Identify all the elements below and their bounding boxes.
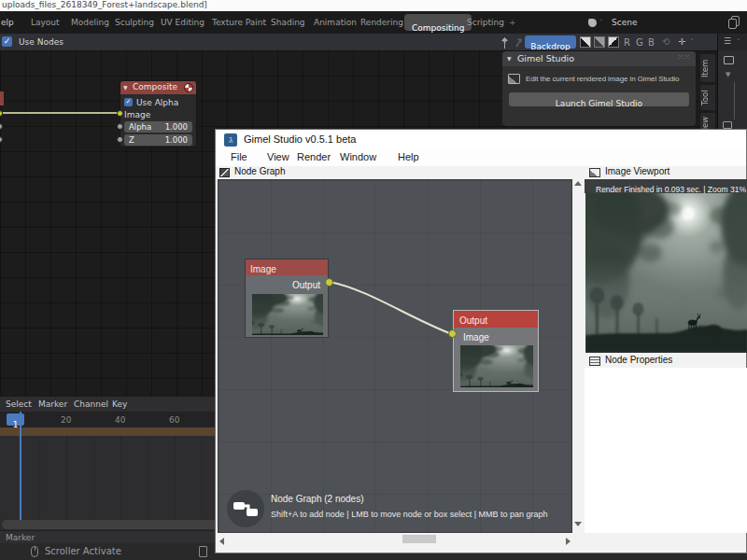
scene-droplet-icon[interactable] (588, 19, 597, 27)
gimel-menu-view[interactable]: View (267, 151, 289, 162)
channel-g-label[interactable]: G (636, 37, 643, 48)
socket-in-alpha[interactable] (117, 123, 123, 130)
filter-icon[interactable]: ☰ (724, 36, 731, 46)
image-icon-2[interactable] (594, 36, 605, 48)
gridline (202, 436, 203, 519)
gimel-menu-render[interactable]: Render (297, 151, 331, 162)
output-node-thumbnail (460, 345, 533, 387)
output-node-header[interactable]: Output (454, 311, 538, 328)
panel-grip-icon[interactable]: ⁙⁙ (678, 53, 690, 62)
node-properties-icon (589, 357, 600, 366)
hscroll-thumb[interactable] (402, 535, 436, 543)
timeline-menu-marker[interactable]: Marker (38, 399, 67, 409)
hscroll-left-arrow[interactable] (219, 538, 224, 545)
use-alpha-checkbox[interactable]: ✓ (124, 98, 133, 106)
tab-animation[interactable]: Animation (314, 18, 357, 27)
channel-b-label[interactable]: B (648, 37, 655, 48)
gimel-titlebar[interactable]: ג Gimel Studio v0.5.1 beta (216, 130, 746, 150)
gizmo-icon[interactable]: ✛ (678, 36, 685, 47)
refresh-icon[interactable]: ⟲ (662, 36, 669, 47)
pin-icon[interactable] (500, 36, 510, 49)
socket-in-image[interactable] (117, 110, 123, 117)
gridline (93, 436, 94, 519)
use-nodes-label[interactable]: Use Nodes (19, 37, 63, 47)
gimel-image-node[interactable]: Image Output (245, 259, 329, 338)
file-icon (199, 546, 207, 557)
playhead-line[interactable] (20, 412, 21, 520)
outliner-region: ☰ ˅ ▼ (717, 34, 747, 131)
image-node-output-socket[interactable] (325, 278, 333, 287)
render-layers-node-sliver[interactable] (0, 91, 5, 106)
tab-shading[interactable]: Shading (271, 18, 305, 27)
node-graph-tab-icon (219, 168, 230, 177)
channel-r-label[interactable]: R (624, 37, 630, 48)
outliner-header: ☰ ˅ (718, 34, 747, 50)
image-node-output-label: Output (292, 280, 320, 290)
filter-dropdown-arrow[interactable]: ˅ (737, 38, 740, 46)
gimel-menu-file[interactable]: File (231, 151, 247, 162)
backdrop-button[interactable]: Backdrop (525, 35, 576, 49)
image-viewport-label[interactable]: Image Viewport (605, 166, 669, 176)
tab-uv-editing[interactable]: UV Editing (161, 18, 204, 27)
gridline (175, 436, 176, 519)
tab-texture-paint[interactable]: Texture Paint (212, 18, 266, 27)
image-node-header[interactable]: Image (246, 259, 328, 275)
node-properties-label[interactable]: Node Properties (605, 355, 672, 365)
timeline-menu-key[interactable]: Key (112, 399, 127, 409)
image-icon-1[interactable] (580, 36, 591, 48)
image-icon-3[interactable] (608, 36, 619, 48)
unlink-icon[interactable] (514, 36, 524, 49)
tab-compositing-active[interactable]: Compositing (404, 14, 472, 31)
vscroll-down-arrow[interactable] (574, 522, 582, 526)
gimel-window: ג Gimel Studio v0.5.1 beta File View Ren… (215, 129, 747, 553)
tab-sculpting[interactable]: Sculpting (115, 18, 154, 27)
use-nodes-checkbox[interactable]: ✓ (2, 36, 12, 47)
sidebar-tab-tool[interactable]: Tool (700, 85, 715, 110)
gimel-output-node[interactable]: Output Image (453, 310, 539, 392)
panel-collapse-icon[interactable]: ▼ (507, 55, 512, 62)
outliner-object-icon[interactable] (723, 121, 732, 129)
tab-rendering[interactable]: Rendering (360, 18, 403, 27)
node-graph-status-title: Node Graph (2 nodes) (271, 494, 364, 504)
current-frame-badge[interactable]: 1 (7, 413, 24, 426)
gridline (148, 436, 148, 519)
composite-node[interactable]: ▼ Composite ✓ Use Alpha Image Alpha 1.00… (120, 80, 197, 147)
node-graph-tab-label[interactable]: Node Graph (234, 166, 285, 176)
scene-name[interactable]: Scene (612, 18, 637, 27)
socket-in-z[interactable] (117, 136, 123, 143)
tab-scripting[interactable]: Scripting (467, 18, 504, 27)
menu-help-partial[interactable]: elp (1, 18, 14, 27)
collection-icon[interactable] (724, 56, 734, 64)
z-slider[interactable]: Z 1.000 (124, 134, 192, 146)
output-node-image-label: Image (463, 332, 489, 343)
composite-node-header[interactable]: ▼ Composite (120, 81, 196, 94)
tab-layout[interactable]: Layout (31, 18, 60, 27)
new-scene-icon[interactable] (728, 19, 737, 29)
vscroll-up-arrow[interactable] (574, 181, 582, 186)
timeline-menu-select[interactable]: Select (6, 399, 32, 409)
gizmo-dropdown-arrow[interactable]: ˅ (690, 38, 694, 46)
gimel-menu-help[interactable]: Help (398, 151, 419, 162)
alpha-slider[interactable]: Alpha 1.000 (124, 121, 192, 133)
rendered-image (585, 193, 747, 353)
gridline (120, 436, 121, 519)
gimel-menu-window[interactable]: Window (340, 151, 376, 162)
timeline-menu-channel[interactable]: Channel (74, 399, 108, 409)
launch-gimel-button[interactable]: Launch Gimel Studio (509, 92, 689, 106)
node-graph-status-hint: Shift+A to add node | LMB to move node o… (271, 510, 548, 519)
render-status-bar: Render Finished in 0.093 sec. | Zoom 31% (585, 179, 747, 193)
image-viewport-icon (589, 168, 600, 177)
image-input-label: Image (124, 110, 150, 119)
scene-dropdown-arrow[interactable]: ˅ (599, 19, 603, 26)
hscroll-right-arrow[interactable] (566, 538, 571, 545)
collapse-arrow-icon[interactable]: ▼ (123, 84, 128, 91)
sidebar-tab-item[interactable]: Item (700, 54, 715, 82)
gimel-panel-header[interactable]: ▼ Gimel Studio ⁙⁙ (502, 51, 696, 66)
node-editor-header: ✓ Use Nodes Backdrop R G B ⟲ ✛ ˅ (0, 34, 747, 50)
node-graph-canvas[interactable]: Image Output Output Image (218, 179, 572, 533)
wire-compositor (3, 112, 119, 114)
outliner-expand-arrow[interactable]: ▼ (726, 71, 730, 78)
tab-modeling[interactable]: Modeling (71, 18, 109, 27)
output-node-input-socket[interactable] (448, 329, 457, 338)
tab-add-workspace[interactable]: + (509, 18, 516, 27)
